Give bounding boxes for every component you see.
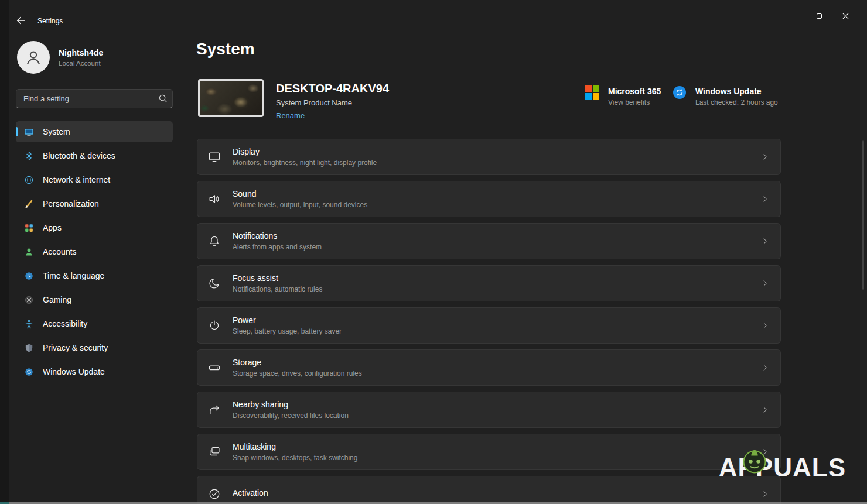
sidebar-item-system[interactable]: System xyxy=(16,121,173,142)
card-title: Sound xyxy=(233,189,749,198)
device-header: DESKTOP-4RAKV94 System Product Name Rena… xyxy=(198,79,389,121)
card-subtitle: Storage space, drives, configuration rul… xyxy=(233,369,749,378)
paintbrush-icon xyxy=(23,198,34,209)
card-storage[interactable]: Storage Storage space, drives, configura… xyxy=(197,349,781,386)
back-arrow-icon xyxy=(16,15,26,26)
window-title: Settings xyxy=(37,17,63,25)
rename-link[interactable]: Rename xyxy=(276,111,305,120)
sidebar-item-personalization[interactable]: Personalization xyxy=(16,193,173,214)
search-icon[interactable] xyxy=(158,94,168,105)
maximize-button[interactable] xyxy=(806,7,832,25)
card-subtitle: Discoverability, received files location xyxy=(233,412,749,420)
card-title: Focus assist xyxy=(233,273,749,283)
card-subtitle: Snap windows, desktops, task switching xyxy=(233,454,749,462)
card-subtitle: Monitors, brightness, night light, displ… xyxy=(233,159,749,167)
microsoft-365-title: Microsoft 365 xyxy=(608,87,661,96)
person-icon xyxy=(23,47,43,67)
avatar xyxy=(17,41,50,74)
sidebar-item-label: Gaming xyxy=(43,295,71,304)
selected-indicator xyxy=(16,127,18,136)
card-subtitle: Alerts from apps and system xyxy=(233,243,749,251)
user-account-type: Local Account xyxy=(59,60,103,67)
close-icon xyxy=(842,13,849,19)
sidebar-item-accounts[interactable]: Accounts xyxy=(16,241,173,262)
user-account-card[interactable]: Nightsh4de Local Account xyxy=(17,41,103,74)
card-title: Storage xyxy=(233,358,749,367)
card-display[interactable]: Display Monitors, brightness, night ligh… xyxy=(197,139,781,175)
card-subtitle: Notifications, automatic rules xyxy=(233,285,749,293)
sidebar-item-label: Personalization xyxy=(43,199,99,208)
sidebar-item-label: Time & language xyxy=(43,271,104,280)
chevron-right-icon xyxy=(760,194,770,204)
sidebar-item-label: Accessibility xyxy=(43,319,87,328)
back-button[interactable] xyxy=(12,12,30,29)
card-multitasking[interactable]: Multitasking Snap windows, desktops, tas… xyxy=(197,434,781,470)
view-benefits-link[interactable]: View benefits xyxy=(608,98,661,107)
sidebar-item-accessibility[interactable]: Accessibility xyxy=(16,313,173,334)
search-box xyxy=(16,89,173,108)
desktop-edge xyxy=(0,0,9,504)
activation-check-icon xyxy=(207,487,221,501)
settings-window: Settings Nightsh4de Local Accoun xyxy=(0,0,867,504)
crescent-moon-icon xyxy=(207,276,221,290)
chevron-right-icon xyxy=(760,405,770,414)
card-title: Activation xyxy=(233,488,749,498)
sidebar-item-time-language[interactable]: Time & language xyxy=(16,265,173,286)
sidebar-item-apps[interactable]: Apps xyxy=(16,217,173,238)
minimize-button[interactable] xyxy=(780,7,806,25)
microsoft-365-promo[interactable]: Microsoft 365 View benefits xyxy=(585,85,661,107)
close-button[interactable] xyxy=(832,7,859,25)
card-title: Display xyxy=(233,147,749,156)
sidebar-item-label: Bluetooth & devices xyxy=(43,151,115,160)
globe-icon xyxy=(23,174,34,185)
accessibility-person-icon xyxy=(23,318,34,329)
sound-icon xyxy=(207,192,221,206)
chevron-right-icon xyxy=(760,489,770,499)
card-notifications[interactable]: Notifications Alerts from apps and syste… xyxy=(197,223,781,259)
system-icon xyxy=(23,126,34,137)
sidebar-item-gaming[interactable]: Gaming xyxy=(16,289,173,310)
chevron-right-icon xyxy=(760,279,770,288)
user-name: Nightsh4de xyxy=(59,48,103,57)
sidebar-item-privacy-security[interactable]: Privacy & security xyxy=(16,337,173,358)
card-title: Multitasking xyxy=(233,442,749,451)
page-title: System xyxy=(196,40,255,59)
windows-update-title: Windows Update xyxy=(695,87,778,96)
sidebar-item-bluetooth-devices[interactable]: Bluetooth & devices xyxy=(16,145,173,166)
sidebar-item-label: Network & internet xyxy=(43,175,110,184)
device-thumbnail xyxy=(198,79,264,117)
card-subtitle: Volume levels, output, input, sound devi… xyxy=(233,201,749,209)
card-sound[interactable]: Sound Volume levels, output, input, soun… xyxy=(197,181,781,217)
windows-update-status-icon xyxy=(673,85,687,107)
bell-icon xyxy=(207,234,221,248)
bluetooth-icon xyxy=(23,150,34,161)
apps-grid-icon xyxy=(23,222,34,233)
accounts-person-icon xyxy=(23,246,34,257)
card-title: Nearby sharing xyxy=(233,400,749,409)
xbox-icon xyxy=(23,294,34,305)
sidebar-item-label: Windows Update xyxy=(43,367,105,376)
windows-update-promo[interactable]: Windows Update Last checked: 2 hours ago xyxy=(673,85,778,107)
sidebar-item-network-internet[interactable]: Network & internet xyxy=(16,169,173,190)
power-icon xyxy=(207,318,221,332)
card-subtitle: Sleep, battery usage, battery saver xyxy=(233,327,749,335)
card-activation[interactable]: Activation xyxy=(197,476,781,504)
share-icon xyxy=(207,403,221,417)
maximize-icon xyxy=(817,13,822,19)
desktop-corner xyxy=(0,502,9,504)
multitasking-windows-icon xyxy=(207,445,221,459)
chevron-right-icon xyxy=(760,363,770,372)
watermark-text: APPUALS xyxy=(719,453,846,482)
scrollbar-thumb[interactable] xyxy=(862,140,864,290)
sidebar-item-label: Accounts xyxy=(43,247,77,256)
microsoft-365-icon xyxy=(585,85,599,100)
minimize-icon xyxy=(790,16,796,16)
clock-icon xyxy=(23,270,34,281)
search-input[interactable] xyxy=(16,89,173,108)
chevron-right-icon xyxy=(760,152,770,162)
card-focus-assist[interactable]: Focus assist Notifications, automatic ru… xyxy=(197,265,781,301)
appuals-mascot-icon xyxy=(741,447,768,480)
card-nearby-sharing[interactable]: Nearby sharing Discoverability, received… xyxy=(197,392,781,428)
sidebar-item-windows-update[interactable]: Windows Update xyxy=(16,361,173,382)
card-power[interactable]: Power Sleep, battery usage, battery save… xyxy=(197,307,781,344)
